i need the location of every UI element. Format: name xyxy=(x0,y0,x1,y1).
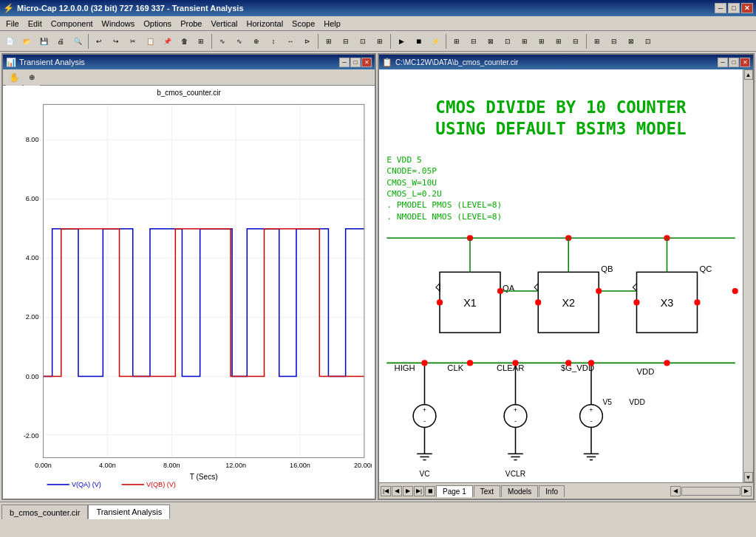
svg-text:VC: VC xyxy=(419,470,430,478)
menu-component[interactable]: Component xyxy=(47,18,98,30)
left-cursor-tool[interactable]: ⊕ xyxy=(24,69,40,86)
tb-print[interactable]: 🖨 xyxy=(52,33,69,49)
left-panel-maximize[interactable]: □ xyxy=(350,58,361,67)
tb-comp3[interactable]: ⊠ xyxy=(483,33,499,49)
svg-text:QC: QC xyxy=(700,264,712,273)
menu-windows[interactable]: Windows xyxy=(98,18,140,30)
minimize-button[interactable]: ─ xyxy=(715,3,726,13)
tb-fit[interactable]: ⊡ xyxy=(355,33,371,49)
schem-nav-next[interactable]: ▶ xyxy=(403,486,413,496)
svg-text:4.00: 4.00 xyxy=(26,254,39,261)
tb-comp1[interactable]: ⊞ xyxy=(449,33,465,49)
tb-extra3[interactable]: ⊠ xyxy=(623,33,639,49)
tb-undo[interactable]: ↩ xyxy=(91,33,107,49)
left-panel-minimize[interactable]: ─ xyxy=(339,58,350,67)
svg-text:CMOS_W=10U: CMOS_W=10U xyxy=(386,178,437,188)
svg-text:QB: QB xyxy=(601,264,613,273)
horiz-scroll-left[interactable]: ◀ xyxy=(670,486,681,496)
tb-sep-3 xyxy=(318,34,319,49)
schem-nav-add[interactable]: ◼ xyxy=(425,486,435,496)
menu-file[interactable]: File xyxy=(1,18,24,30)
tb-extra1[interactable]: ⊞ xyxy=(589,33,605,49)
menu-scope[interactable]: Scope xyxy=(287,18,319,30)
schem-tab-info[interactable]: Info xyxy=(539,485,565,497)
menu-bar: File Edit Component Windows Options Prob… xyxy=(0,16,756,31)
tab-circuit[interactable]: b_cmos_counter.cir xyxy=(1,504,88,519)
schem-tab-models[interactable]: Models xyxy=(501,485,538,497)
menu-help[interactable]: Help xyxy=(319,18,345,30)
schematic-panel: 📋 C:\MC12W\DATA\b_cmos_counter.cir ─ □ ✕… xyxy=(378,53,755,500)
tb-save[interactable]: 💾 xyxy=(35,33,52,49)
schem-tab-page1[interactable]: Page 1 xyxy=(436,485,473,497)
schem-nav-first[interactable]: |◀ xyxy=(381,486,391,496)
tb-comp5[interactable]: ⊞ xyxy=(517,33,533,49)
left-hand-tool[interactable]: ✋ xyxy=(6,69,22,86)
horiz-scroll-track[interactable] xyxy=(681,487,740,496)
tb-probe[interactable]: ⚡ xyxy=(427,33,443,49)
tb-redo[interactable]: ↪ xyxy=(108,33,124,49)
tb-extra4[interactable]: ⊡ xyxy=(640,33,656,49)
menu-vertical[interactable]: Vertical xyxy=(206,18,242,30)
svg-text:CMOS_L=0.2U: CMOS_L=0.2U xyxy=(386,189,442,199)
menu-probe[interactable]: Probe xyxy=(176,18,206,30)
svg-text:20.00n: 20.00n xyxy=(354,462,372,469)
tb-comp4[interactable]: ⊡ xyxy=(500,33,516,49)
tb-comp2[interactable]: ⊟ xyxy=(466,33,482,49)
tb-comp6[interactable]: ⊞ xyxy=(534,33,550,49)
left-panel-controls: ─ □ ✕ xyxy=(339,58,372,67)
tb-delete[interactable]: 🗑 xyxy=(176,33,192,49)
tb-find[interactable]: 🔍 xyxy=(69,33,86,49)
tb-zoom-in[interactable]: ⊞ xyxy=(321,33,337,49)
schematic-canvas[interactable]: CMOS DIVIDE BY 10 COUNTER USING DEFAULT … xyxy=(379,69,743,482)
tab-transient[interactable]: Transient Analysis xyxy=(88,504,170,519)
close-button[interactable]: ✕ xyxy=(741,3,753,13)
menu-horizontal[interactable]: Horizontal xyxy=(242,18,288,30)
schem-nav-prev[interactable]: ◀ xyxy=(392,486,402,496)
svg-text:CLEAR: CLEAR xyxy=(497,363,525,372)
tb-zoom-out[interactable]: ⊟ xyxy=(338,33,354,49)
right-panel-maximize[interactable]: □ xyxy=(729,58,739,67)
tb-wave5[interactable]: ↔ xyxy=(282,33,299,49)
tb-wave2[interactable]: ∿ xyxy=(231,33,248,49)
svg-point-99 xyxy=(421,360,427,366)
right-scrollbar[interactable]: ▲ ▼ xyxy=(743,69,753,482)
tb-grid[interactable]: ⊞ xyxy=(372,33,388,49)
maximize-button[interactable]: □ xyxy=(728,3,740,13)
svg-point-57 xyxy=(437,299,443,305)
schematic-svg: CMOS DIVIDE BY 10 COUNTER USING DEFAULT … xyxy=(379,69,743,482)
tb-select-all[interactable]: ⊞ xyxy=(193,33,209,49)
tb-new[interactable]: 📄 xyxy=(1,33,18,49)
schem-nav-last[interactable]: ▶| xyxy=(414,486,424,496)
tb-run[interactable]: ▶ xyxy=(393,33,409,49)
tb-extra2[interactable]: ⊟ xyxy=(606,33,622,49)
tb-open[interactable]: 📂 xyxy=(18,33,35,49)
svg-text:X3: X3 xyxy=(661,297,674,309)
right-panel-minimize[interactable]: ─ xyxy=(718,58,728,67)
tb-comp7[interactable]: ⊞ xyxy=(551,33,567,49)
right-panel-controls: ─ □ ✕ xyxy=(718,58,750,67)
tb-wave3[interactable]: ⊕ xyxy=(248,33,265,49)
tb-stop[interactable]: ⏹ xyxy=(410,33,426,49)
svg-point-61 xyxy=(732,288,738,294)
tb-paste[interactable]: 📌 xyxy=(159,33,175,49)
scroll-up[interactable]: ▲ xyxy=(744,69,753,80)
left-panel-title: Transient Analysis xyxy=(19,58,85,66)
tb-cut[interactable]: ✂ xyxy=(125,33,141,49)
tb-cursor[interactable]: ⊳ xyxy=(299,33,316,49)
menu-edit[interactable]: Edit xyxy=(24,18,47,30)
menu-options[interactable]: Options xyxy=(139,18,176,30)
scroll-down[interactable]: ▼ xyxy=(744,472,753,482)
tb-copy[interactable]: 📋 xyxy=(142,33,158,49)
right-panel-title: C:\MC12W\DATA\b_cmos_counter.cir xyxy=(395,58,518,66)
svg-text:-: - xyxy=(423,418,426,425)
left-panel-close[interactable]: ✕ xyxy=(361,58,372,67)
svg-text:X1: X1 xyxy=(463,297,477,309)
schem-tab-text[interactable]: Text xyxy=(474,485,500,497)
right-panel-close[interactable]: ✕ xyxy=(740,58,750,67)
horiz-scroll-right[interactable]: ▶ xyxy=(741,486,752,496)
svg-text:T (Secs): T (Secs) xyxy=(190,473,218,481)
tb-comp8[interactable]: ⊟ xyxy=(568,33,584,49)
tb-wave4[interactable]: ↕ xyxy=(265,33,282,49)
tb-sep-2 xyxy=(211,34,212,49)
tb-wave1[interactable]: ∿ xyxy=(214,33,231,49)
